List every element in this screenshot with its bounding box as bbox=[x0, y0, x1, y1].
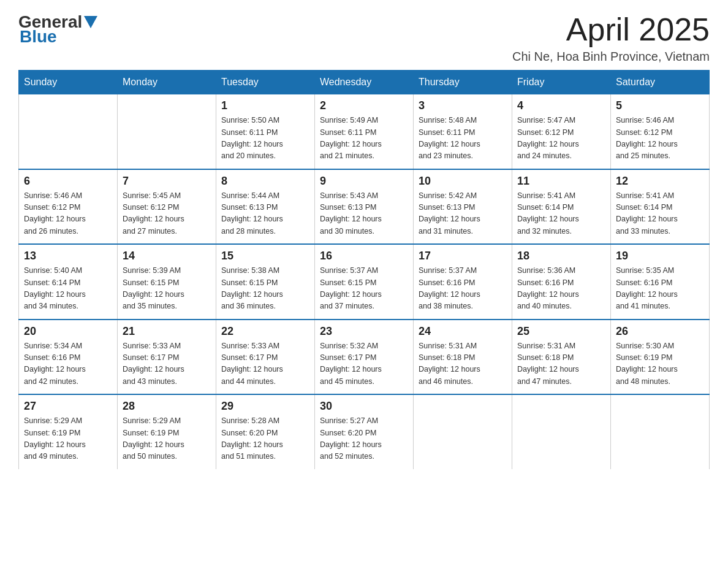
logo-text-blue: Blue bbox=[20, 27, 57, 47]
calendar-cell: 7Sunrise: 5:45 AM Sunset: 6:12 PM Daylig… bbox=[118, 169, 216, 245]
location-title: Chi Ne, Hoa Binh Province, Vietnam bbox=[512, 50, 710, 64]
day-info: Sunrise: 5:44 AM Sunset: 6:13 PM Dayligh… bbox=[221, 190, 309, 238]
day-number: 15 bbox=[221, 250, 309, 262]
day-info: Sunrise: 5:48 AM Sunset: 6:11 PM Dayligh… bbox=[419, 115, 507, 163]
day-number: 17 bbox=[419, 250, 507, 262]
calendar-week-row: 6Sunrise: 5:46 AM Sunset: 6:12 PM Daylig… bbox=[19, 169, 710, 245]
calendar-week-row: 13Sunrise: 5:40 AM Sunset: 6:14 PM Dayli… bbox=[19, 244, 710, 320]
day-info: Sunrise: 5:37 AM Sunset: 6:16 PM Dayligh… bbox=[419, 265, 507, 313]
day-number: 28 bbox=[123, 400, 211, 413]
day-info: Sunrise: 5:36 AM Sunset: 6:16 PM Dayligh… bbox=[517, 265, 605, 313]
calendar-week-row: 1Sunrise: 5:50 AM Sunset: 6:11 PM Daylig… bbox=[19, 94, 710, 169]
calendar-cell: 11Sunrise: 5:41 AM Sunset: 6:14 PM Dayli… bbox=[512, 169, 611, 245]
calendar-cell: 23Sunrise: 5:32 AM Sunset: 6:17 PM Dayli… bbox=[315, 320, 414, 395]
calendar-table: SundayMondayTuesdayWednesdayThursdayFrid… bbox=[18, 70, 710, 469]
day-number: 29 bbox=[221, 400, 309, 413]
day-number: 25 bbox=[517, 325, 605, 338]
calendar-cell: 29Sunrise: 5:28 AM Sunset: 6:20 PM Dayli… bbox=[216, 394, 315, 469]
calendar-cell: 19Sunrise: 5:35 AM Sunset: 6:16 PM Dayli… bbox=[611, 244, 710, 320]
day-info: Sunrise: 5:50 AM Sunset: 6:11 PM Dayligh… bbox=[221, 115, 309, 163]
day-info: Sunrise: 5:29 AM Sunset: 6:19 PM Dayligh… bbox=[123, 415, 211, 463]
calendar-week-row: 20Sunrise: 5:34 AM Sunset: 6:16 PM Dayli… bbox=[19, 320, 710, 395]
day-number: 19 bbox=[616, 250, 704, 262]
day-number: 27 bbox=[24, 400, 112, 413]
day-info: Sunrise: 5:34 AM Sunset: 6:16 PM Dayligh… bbox=[24, 340, 112, 388]
day-info: Sunrise: 5:40 AM Sunset: 6:14 PM Dayligh… bbox=[24, 265, 112, 313]
day-info: Sunrise: 5:37 AM Sunset: 6:15 PM Dayligh… bbox=[320, 265, 408, 313]
day-number: 10 bbox=[419, 175, 507, 188]
day-info: Sunrise: 5:27 AM Sunset: 6:20 PM Dayligh… bbox=[320, 415, 408, 463]
calendar-cell: 16Sunrise: 5:37 AM Sunset: 6:15 PM Dayli… bbox=[315, 244, 414, 320]
calendar-cell: 24Sunrise: 5:31 AM Sunset: 6:18 PM Dayli… bbox=[414, 320, 512, 395]
day-info: Sunrise: 5:46 AM Sunset: 6:12 PM Dayligh… bbox=[616, 115, 704, 163]
calendar-cell bbox=[118, 94, 216, 169]
day-number: 2 bbox=[320, 99, 408, 112]
calendar-cell: 9Sunrise: 5:43 AM Sunset: 6:13 PM Daylig… bbox=[315, 169, 414, 245]
day-number: 24 bbox=[419, 325, 507, 338]
calendar-cell: 17Sunrise: 5:37 AM Sunset: 6:16 PM Dayli… bbox=[414, 244, 512, 320]
calendar-cell: 3Sunrise: 5:48 AM Sunset: 6:11 PM Daylig… bbox=[414, 94, 512, 169]
calendar-cell bbox=[512, 394, 611, 469]
day-info: Sunrise: 5:30 AM Sunset: 6:19 PM Dayligh… bbox=[616, 340, 704, 388]
calendar-cell: 25Sunrise: 5:31 AM Sunset: 6:18 PM Dayli… bbox=[512, 320, 611, 395]
day-info: Sunrise: 5:41 AM Sunset: 6:14 PM Dayligh… bbox=[616, 190, 704, 238]
day-number: 5 bbox=[616, 99, 704, 112]
calendar-cell: 28Sunrise: 5:29 AM Sunset: 6:19 PM Dayli… bbox=[118, 394, 216, 469]
day-info: Sunrise: 5:29 AM Sunset: 6:19 PM Dayligh… bbox=[24, 415, 112, 463]
day-number: 13 bbox=[24, 250, 112, 262]
calendar-cell bbox=[611, 394, 710, 469]
calendar-cell: 13Sunrise: 5:40 AM Sunset: 6:14 PM Dayli… bbox=[19, 244, 118, 320]
day-number: 7 bbox=[123, 175, 211, 188]
day-number: 8 bbox=[221, 175, 309, 188]
calendar-cell: 22Sunrise: 5:33 AM Sunset: 6:17 PM Dayli… bbox=[216, 320, 315, 395]
calendar-cell: 26Sunrise: 5:30 AM Sunset: 6:19 PM Dayli… bbox=[611, 320, 710, 395]
day-number: 16 bbox=[320, 250, 408, 262]
day-info: Sunrise: 5:33 AM Sunset: 6:17 PM Dayligh… bbox=[123, 340, 211, 388]
day-number: 26 bbox=[616, 325, 704, 338]
day-info: Sunrise: 5:47 AM Sunset: 6:12 PM Dayligh… bbox=[517, 115, 605, 163]
weekday-header-friday: Friday bbox=[512, 71, 611, 94]
day-info: Sunrise: 5:31 AM Sunset: 6:18 PM Dayligh… bbox=[419, 340, 507, 388]
calendar-header-row: SundayMondayTuesdayWednesdayThursdayFrid… bbox=[19, 71, 710, 94]
day-number: 12 bbox=[616, 175, 704, 188]
weekday-header-saturday: Saturday bbox=[611, 71, 710, 94]
day-info: Sunrise: 5:28 AM Sunset: 6:20 PM Dayligh… bbox=[221, 415, 309, 463]
page-header: General Blue April 2025 Chi Ne, Hoa Binh… bbox=[18, 12, 710, 64]
calendar-cell: 8Sunrise: 5:44 AM Sunset: 6:13 PM Daylig… bbox=[216, 169, 315, 245]
day-number: 4 bbox=[517, 99, 605, 112]
day-info: Sunrise: 5:31 AM Sunset: 6:18 PM Dayligh… bbox=[517, 340, 605, 388]
day-info: Sunrise: 5:38 AM Sunset: 6:15 PM Dayligh… bbox=[221, 265, 309, 313]
logo-triangle-icon bbox=[84, 16, 97, 29]
calendar-cell: 27Sunrise: 5:29 AM Sunset: 6:19 PM Dayli… bbox=[19, 394, 118, 469]
calendar-week-row: 27Sunrise: 5:29 AM Sunset: 6:19 PM Dayli… bbox=[19, 394, 710, 469]
month-title: April 2025 bbox=[512, 12, 710, 47]
calendar-cell: 6Sunrise: 5:46 AM Sunset: 6:12 PM Daylig… bbox=[19, 169, 118, 245]
calendar-cell: 14Sunrise: 5:39 AM Sunset: 6:15 PM Dayli… bbox=[118, 244, 216, 320]
calendar-cell: 18Sunrise: 5:36 AM Sunset: 6:16 PM Dayli… bbox=[512, 244, 611, 320]
calendar-cell: 4Sunrise: 5:47 AM Sunset: 6:12 PM Daylig… bbox=[512, 94, 611, 169]
weekday-header-thursday: Thursday bbox=[414, 71, 512, 94]
day-number: 30 bbox=[320, 400, 408, 413]
day-info: Sunrise: 5:43 AM Sunset: 6:13 PM Dayligh… bbox=[320, 190, 408, 238]
title-section: April 2025 Chi Ne, Hoa Binh Province, Vi… bbox=[512, 12, 710, 64]
calendar-cell: 10Sunrise: 5:42 AM Sunset: 6:13 PM Dayli… bbox=[414, 169, 512, 245]
day-info: Sunrise: 5:41 AM Sunset: 6:14 PM Dayligh… bbox=[517, 190, 605, 238]
day-info: Sunrise: 5:35 AM Sunset: 6:16 PM Dayligh… bbox=[616, 265, 704, 313]
weekday-header-tuesday: Tuesday bbox=[216, 71, 315, 94]
day-number: 23 bbox=[320, 325, 408, 338]
calendar-cell: 2Sunrise: 5:49 AM Sunset: 6:11 PM Daylig… bbox=[315, 94, 414, 169]
day-number: 20 bbox=[24, 325, 112, 338]
calendar-cell: 15Sunrise: 5:38 AM Sunset: 6:15 PM Dayli… bbox=[216, 244, 315, 320]
day-number: 3 bbox=[419, 99, 507, 112]
day-number: 21 bbox=[123, 325, 211, 338]
svg-marker-0 bbox=[84, 16, 97, 28]
day-number: 1 bbox=[221, 99, 309, 112]
calendar-cell: 1Sunrise: 5:50 AM Sunset: 6:11 PM Daylig… bbox=[216, 94, 315, 169]
calendar-cell bbox=[19, 94, 118, 169]
day-number: 6 bbox=[24, 175, 112, 188]
calendar-cell: 20Sunrise: 5:34 AM Sunset: 6:16 PM Dayli… bbox=[19, 320, 118, 395]
calendar-cell: 12Sunrise: 5:41 AM Sunset: 6:14 PM Dayli… bbox=[611, 169, 710, 245]
calendar-cell bbox=[414, 394, 512, 469]
day-number: 18 bbox=[517, 250, 605, 262]
day-number: 14 bbox=[123, 250, 211, 262]
